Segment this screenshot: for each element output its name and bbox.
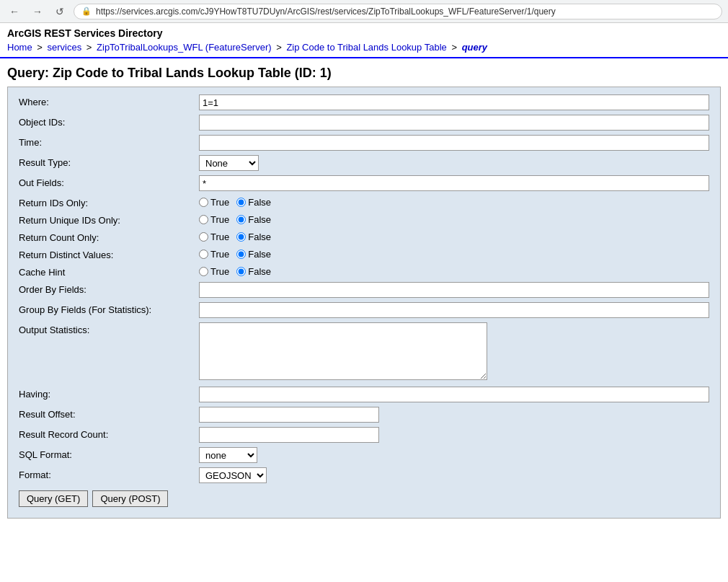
return-distinct-true-radio[interactable] bbox=[199, 250, 208, 259]
time-row: Time: bbox=[19, 135, 709, 151]
object-ids-label: Object IDs: bbox=[19, 115, 199, 128]
order-by-row: Order By Fields: bbox=[19, 282, 709, 298]
cache-hint-false-text: False bbox=[248, 266, 271, 277]
sql-format-label: SQL Format: bbox=[19, 447, 199, 460]
forward-button[interactable]: → bbox=[29, 4, 46, 19]
breadcrumb-current: query bbox=[462, 42, 487, 53]
page-content: ArcGIS REST Services Directory Home > se… bbox=[0, 23, 728, 519]
result-type-label: Result Type: bbox=[19, 155, 199, 168]
sql-format-row: SQL Format: none standard native bbox=[19, 447, 709, 463]
return-ids-false-text: False bbox=[248, 197, 271, 208]
cache-hint-true-text: True bbox=[210, 266, 229, 277]
return-count-false-text: False bbox=[248, 232, 271, 242]
return-count-true-radio[interactable] bbox=[199, 232, 208, 242]
back-button[interactable]: ← bbox=[6, 4, 23, 19]
out-fields-control bbox=[199, 175, 709, 191]
result-record-count-row: Result Record Count: bbox=[19, 427, 709, 443]
sql-format-select[interactable]: none standard native bbox=[199, 447, 257, 463]
return-count-false-label[interactable]: False bbox=[236, 232, 271, 242]
page-title: Query: Zip Code to Tribal Lands Lookup T… bbox=[0, 58, 728, 87]
return-count-true-label[interactable]: True bbox=[199, 232, 229, 242]
return-distinct-true-label[interactable]: True bbox=[199, 249, 229, 260]
order-by-label: Order By Fields: bbox=[19, 282, 199, 295]
lock-icon: 🔒 bbox=[81, 6, 92, 16]
return-unique-ids-false-label[interactable]: False bbox=[236, 214, 271, 225]
return-ids-control: True False bbox=[199, 195, 709, 208]
cache-hint-row: Cache Hint True False bbox=[19, 265, 709, 278]
having-control bbox=[199, 387, 709, 402]
return-count-false-radio[interactable] bbox=[236, 232, 246, 242]
result-type-control: None Standard Tile bbox=[199, 155, 709, 171]
query-post-button[interactable]: Query (POST) bbox=[92, 490, 168, 507]
having-input[interactable] bbox=[199, 387, 709, 402]
breadcrumb-table[interactable]: Zip Code to Tribal Lands Lookup Table bbox=[286, 42, 446, 53]
return-unique-ids-false-text: False bbox=[248, 214, 271, 225]
return-unique-ids-false-radio[interactable] bbox=[236, 215, 246, 224]
cache-hint-true-label[interactable]: True bbox=[199, 266, 229, 277]
sep3: > bbox=[276, 42, 284, 53]
time-control bbox=[199, 135, 709, 151]
return-distinct-control: True False bbox=[199, 247, 709, 260]
return-ids-false-label[interactable]: False bbox=[236, 197, 271, 208]
address-bar[interactable]: 🔒 https://services.arcgis.com/cJ9YHowT8T… bbox=[74, 4, 722, 19]
result-record-count-input[interactable] bbox=[199, 427, 379, 443]
out-fields-input[interactable] bbox=[199, 175, 709, 191]
return-unique-ids-true-label[interactable]: True bbox=[199, 214, 229, 225]
cache-hint-label: Cache Hint bbox=[19, 265, 199, 278]
return-distinct-false-radio[interactable] bbox=[236, 250, 246, 259]
query-get-button[interactable]: Query (GET) bbox=[19, 490, 88, 507]
format-select[interactable]: GEOJSON JSON HTML bbox=[199, 467, 267, 483]
return-distinct-false-label[interactable]: False bbox=[236, 249, 271, 260]
time-label: Time: bbox=[19, 135, 199, 148]
return-unique-ids-label: Return Unique IDs Only: bbox=[19, 213, 199, 226]
result-type-select[interactable]: None Standard Tile bbox=[199, 155, 259, 171]
cache-hint-false-label[interactable]: False bbox=[236, 266, 271, 277]
object-ids-input[interactable] bbox=[199, 115, 709, 131]
cache-hint-false-radio[interactable] bbox=[236, 267, 246, 276]
output-stats-textarea[interactable] bbox=[199, 322, 487, 380]
breadcrumb-home[interactable]: Home bbox=[7, 42, 32, 53]
result-offset-control bbox=[199, 407, 709, 423]
group-by-row: Group By Fields (For Statistics): bbox=[19, 302, 709, 318]
output-stats-label: Output Statistics: bbox=[19, 322, 199, 335]
having-label: Having: bbox=[19, 387, 199, 400]
result-offset-label: Result Offset: bbox=[19, 407, 199, 420]
cache-hint-true-radio[interactable] bbox=[199, 267, 208, 276]
format-label: Format: bbox=[19, 467, 199, 480]
where-control bbox=[199, 94, 709, 110]
return-distinct-label: Return Distinct Values: bbox=[19, 247, 199, 260]
return-unique-ids-true-text: True bbox=[210, 214, 229, 225]
return-distinct-row: Return Distinct Values: True False bbox=[19, 247, 709, 260]
time-input[interactable] bbox=[199, 135, 709, 151]
return-unique-ids-true-radio[interactable] bbox=[199, 215, 208, 224]
order-by-control bbox=[199, 282, 709, 298]
output-stats-row: Output Statistics: bbox=[19, 322, 709, 382]
where-input[interactable] bbox=[199, 94, 709, 110]
cache-hint-control: True False bbox=[199, 265, 709, 277]
sep2: > bbox=[86, 42, 94, 53]
order-by-input[interactable] bbox=[199, 282, 709, 298]
sql-format-control: none standard native bbox=[199, 447, 709, 463]
breadcrumb-services[interactable]: services bbox=[48, 42, 82, 53]
group-by-input[interactable] bbox=[199, 302, 709, 318]
breadcrumb-feature-server[interactable]: ZipToTribalLookups_WFL (FeatureServer) bbox=[97, 42, 272, 53]
output-stats-control bbox=[199, 322, 709, 382]
return-ids-true-radio[interactable] bbox=[199, 198, 208, 207]
return-count-label: Return Count Only: bbox=[19, 230, 199, 243]
return-ids-true-label[interactable]: True bbox=[199, 197, 229, 208]
sep1: > bbox=[37, 42, 45, 53]
return-unique-ids-row: Return Unique IDs Only: True False bbox=[19, 213, 709, 226]
reload-button[interactable]: ↺ bbox=[52, 4, 68, 19]
group-by-control bbox=[199, 302, 709, 318]
return-ids-false-radio[interactable] bbox=[236, 198, 246, 207]
result-offset-input[interactable] bbox=[199, 407, 379, 423]
return-distinct-false-text: False bbox=[248, 249, 271, 260]
return-unique-ids-control: True False bbox=[199, 213, 709, 225]
return-ids-row: Return IDs Only: True False bbox=[19, 195, 709, 208]
out-fields-label: Out Fields: bbox=[19, 175, 199, 188]
result-offset-row: Result Offset: bbox=[19, 407, 709, 423]
form-container: Where: Object IDs: Time: Result Type: N bbox=[7, 87, 721, 519]
result-record-count-label: Result Record Count: bbox=[19, 427, 199, 440]
return-ids-true-text: True bbox=[210, 197, 229, 208]
sep4: > bbox=[451, 42, 459, 53]
